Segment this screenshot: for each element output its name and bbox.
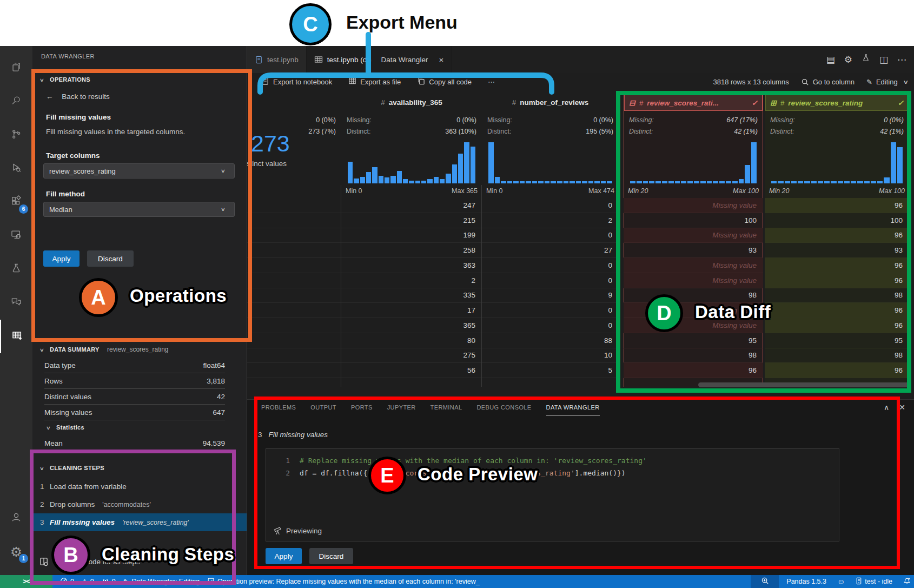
- column-header-number_of_reviews[interactable]: #number_of_reviews: [482, 95, 619, 110]
- column-min-max: Min 0Max 365: [341, 185, 482, 197]
- preview-code-all-steps-toggle[interactable]: Preview code for all steps: [39, 557, 140, 567]
- summary-value: float64: [203, 361, 225, 369]
- status-item-broadcast[interactable]: 0: [102, 577, 116, 586]
- panel-tab-ports[interactable]: PORTS: [351, 404, 373, 415]
- summary-key: Distinct values: [44, 393, 91, 401]
- activity-bar-item-run-debug[interactable]: [0, 152, 32, 186]
- histogram-bar: [545, 181, 550, 183]
- statistics-header[interactable]: ∨ Statistics: [47, 422, 84, 432]
- status-item-zoom[interactable]: [751, 575, 779, 588]
- status-item-pencil[interactable]: ✎Data Wrangler: Editing: [123, 578, 200, 586]
- status-text: Pandas 1.5.3: [786, 578, 826, 585]
- chevron-down-icon: ∨: [903, 79, 909, 85]
- status-item-smiley[interactable]: ☺: [837, 577, 845, 586]
- toolbar--[interactable]: ⋯: [488, 78, 495, 86]
- go-to-column-button[interactable]: Go to column: [801, 78, 855, 86]
- cleaning-steps-section-header[interactable]: ∨ CLEANING STEPS: [40, 463, 104, 472]
- collapse-panel-icon[interactable]: ∧: [884, 403, 889, 412]
- histogram-bar: [681, 181, 686, 183]
- activity-bar-item-testing[interactable]: [0, 253, 32, 286]
- more-actions-icon[interactable]: ⋯: [897, 54, 906, 65]
- status-item-server[interactable]: test - idle: [856, 577, 892, 586]
- back-to-results-button[interactable]: ← Back to results: [46, 93, 110, 101]
- status-item-warning[interactable]: ⚠0: [82, 578, 94, 585]
- activity-bar-item-settings-gear[interactable]: ⚙1: [0, 535, 32, 569]
- panel-tab-jupyter[interactable]: JUPYTER: [387, 404, 416, 415]
- activity-bar-item-remote-explorer[interactable]: [0, 219, 32, 253]
- grid-column-partial[interactable]: 0 (0%)273 (7%)273Distinct values: [247, 90, 341, 387]
- table-cell: 9: [482, 288, 619, 303]
- grid-column-number_of_reviews[interactable]: #number_of_reviewsMissing:0 (0%)Distinct…: [482, 90, 619, 387]
- activity-bar-item-account[interactable]: [0, 501, 32, 535]
- editing-mode-button[interactable]: ✎ Editing ∨: [866, 78, 908, 86]
- grid-column-review_scores_added[interactable]: ⊞#review_scores_rating✓Missing:0 (0%)Dis…: [765, 90, 909, 387]
- activity-bar-item-comments[interactable]: [0, 286, 32, 320]
- status-item-bell[interactable]: [903, 577, 911, 586]
- histogram-bar: [421, 181, 426, 183]
- status-text: Operation preview: Replace missing value…: [217, 578, 480, 585]
- activity-bar-item-data-wrangler[interactable]: [0, 320, 34, 353]
- beaker-icon[interactable]: [862, 54, 870, 65]
- activity-bar-item-source-control[interactable]: [0, 118, 32, 152]
- target-columns-select[interactable]: review_scores_rating ∨: [43, 163, 235, 179]
- toolbar-label: Copy all code: [429, 78, 472, 86]
- histogram-bar: [877, 181, 883, 183]
- column-header-review_scores_removed[interactable]: ⊟#review_scores_rati...✓: [624, 95, 763, 111]
- run-debug-icon: [10, 162, 22, 176]
- table-cell: 96: [765, 303, 909, 318]
- cleaning-step-3[interactable]: 3Fill missing values'review_scores_ratin…: [32, 513, 247, 531]
- panel-tab-problems[interactable]: PROBLEMS: [261, 404, 296, 415]
- histogram-bar: [844, 181, 850, 183]
- panel-discard-button[interactable]: Discard: [309, 548, 353, 564]
- stat-label: Missing:: [347, 116, 372, 124]
- data-grid: 0 (0%)273 (7%)273Distinct values#availab…: [247, 90, 914, 387]
- settings-gear-icon[interactable]: ⚙: [844, 54, 852, 65]
- cleaning-step-2[interactable]: 2Drop columns'accommodates': [32, 495, 247, 513]
- status-item-pandas-1-5-3[interactable]: Pandas 1.5.3: [786, 578, 826, 585]
- tab-test-ipynb[interactable]: test.ipynb: [247, 46, 307, 73]
- remote-indicator[interactable]: ><: [0, 575, 52, 588]
- close-panel-icon[interactable]: ✕: [899, 403, 905, 412]
- activity-bar-item-explorer[interactable]: [0, 51, 32, 85]
- table-cell: 98: [765, 288, 909, 303]
- activity-bar-item-extensions[interactable]: 6: [0, 186, 32, 219]
- panel-tab-debug-console[interactable]: DEBUG CONSOLE: [476, 404, 531, 415]
- status-item-preview-box[interactable]: Operation preview: Replace missing value…: [207, 577, 480, 586]
- discard-button[interactable]: Discard: [87, 250, 134, 267]
- column-header-availability_365[interactable]: #availability_365: [341, 95, 482, 110]
- toolbar-copy-all-code[interactable]: Copy all code: [417, 77, 472, 87]
- column-stats: Missing:0 (0%)Distinct:42 (1%): [770, 114, 904, 137]
- line-number: 1: [266, 454, 290, 467]
- panel-tab-terminal[interactable]: TERMINAL: [430, 404, 462, 415]
- apply-button[interactable]: Apply: [43, 250, 80, 267]
- operations-section-header[interactable]: ∨ OPERATIONS: [40, 74, 90, 84]
- testing-icon: [10, 262, 22, 276]
- cleaning-step-1[interactable]: 1Load data from variable: [32, 478, 247, 495]
- table-cell: 335: [341, 288, 482, 303]
- table-cell: 0: [482, 228, 619, 243]
- column-header-review_scores_added[interactable]: ⊞#review_scores_rating✓: [765, 95, 909, 111]
- panel-apply-button[interactable]: Apply: [266, 548, 302, 564]
- grid-column-review_scores_removed[interactable]: ⊟#review_scores_rati...✓Missing:647 (17%…: [624, 90, 763, 387]
- data-wrangler-icon: [314, 55, 323, 64]
- activity-bar-item-search[interactable]: [0, 85, 32, 118]
- split-editor-icon[interactable]: ◫: [879, 54, 888, 65]
- column-stat-row: Distinct:195 (5%): [487, 125, 613, 137]
- close-icon[interactable]: ×: [439, 55, 443, 64]
- fill-method-select[interactable]: Median ∨: [43, 202, 235, 217]
- toolbar-export-to-notebook[interactable]: Export to notebook: [261, 77, 332, 87]
- data-summary-section-header[interactable]: ∨ DATA SUMMARY review_scores_rating: [40, 344, 168, 354]
- toolbar-export-as-file[interactable]: Export as file: [348, 77, 401, 87]
- search-icon: [801, 78, 809, 86]
- histogram-bar: [655, 181, 661, 183]
- panel-tab-output[interactable]: OUTPUT: [310, 404, 336, 415]
- code-text: # Replace missing values with the median…: [300, 454, 647, 467]
- horizontal-scrollbar[interactable]: [698, 382, 909, 387]
- table-icon: [348, 77, 356, 87]
- open-preview-icon[interactable]: ▤: [826, 54, 835, 65]
- tab-data-wrangler[interactable]: test.ipynb (df) Data Wrangler ×: [307, 46, 452, 73]
- grid-column-availability_365[interactable]: #availability_365Missing:0 (0%)Distinct:…: [341, 90, 482, 387]
- panel-tab-data-wrangler[interactable]: DATA WRANGLER: [546, 404, 600, 415]
- status-item-error[interactable]: 0: [60, 577, 74, 586]
- table-cell: 95: [765, 333, 909, 348]
